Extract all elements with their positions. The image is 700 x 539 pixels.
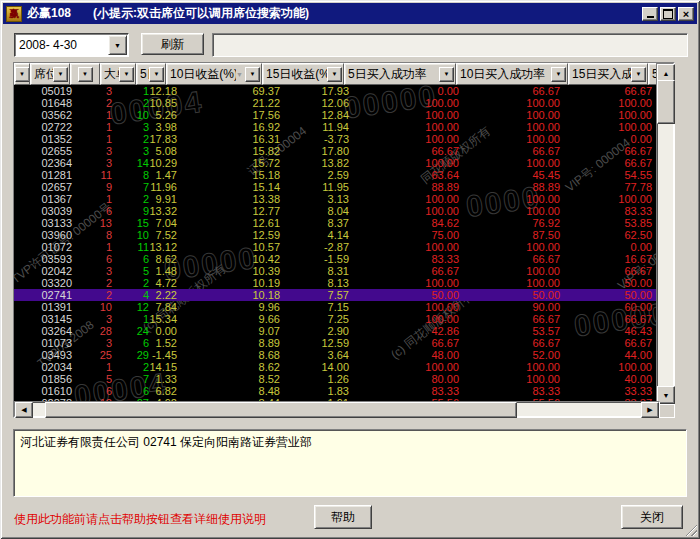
scroll-right-button[interactable]: ▶ bbox=[641, 402, 659, 418]
title-bar[interactable]: 赢 必赢108 (小提示:双击席位可以调用席位搜索功能) × bbox=[3, 3, 697, 24]
table-row[interactable]: 01073361.528.8912.5966.6766.6766.67 bbox=[14, 337, 658, 349]
table-row[interactable]: 034932529-1.458.683.6448.0052.0044.00 bbox=[14, 349, 658, 361]
vertical-scrollbar[interactable]: ▲ ▼ bbox=[656, 63, 674, 405]
table-row[interactable]: 02042351.4810.398.3166.67100.0066.67 bbox=[14, 265, 658, 277]
column-header-label: 10日收益(%) bbox=[168, 66, 236, 83]
cell: 8.52 bbox=[177, 373, 280, 385]
cell: 100.00 bbox=[459, 97, 560, 109]
filter-dropdown-button[interactable]: ▼ bbox=[631, 67, 646, 82]
cell: 100.00 bbox=[560, 97, 652, 109]
column-header-10日收益(%)[interactable]: 10日收益(%)▼▼ bbox=[166, 63, 262, 85]
filter-dropdown-button[interactable]: ▼ bbox=[15, 67, 30, 82]
cell: 88.89 bbox=[459, 181, 560, 193]
table-row[interactable]: 020341214.158.6214.00100.00100.00100.00 bbox=[14, 361, 658, 373]
vertical-scroll-thumb[interactable] bbox=[657, 80, 675, 124]
filter-dropdown-button[interactable]: ▼ bbox=[327, 67, 342, 82]
table-row[interactable]: 031453115.349.667.25100.0066.6766.67 bbox=[14, 313, 658, 325]
table-row[interactable]: 01610666.828.481.8383.3383.3333.33 bbox=[14, 385, 658, 397]
refresh-button[interactable]: 刷新 bbox=[141, 33, 204, 55]
cell: 17.56 bbox=[177, 109, 280, 121]
cell: 11 bbox=[112, 241, 149, 253]
table-row[interactable]: 013521217.8316.31-3.73100.00100.000.00 bbox=[14, 133, 658, 145]
scroll-left-button[interactable]: ◀ bbox=[15, 402, 33, 418]
filter-dropdown-button[interactable]: ▼ bbox=[149, 67, 164, 82]
table-row[interactable]: 039608107.5212.594.1475.0087.5062.50 bbox=[14, 229, 658, 241]
column-header-10日买入成功率[interactable]: 10日买入成功率▼ bbox=[456, 63, 568, 85]
cell: 4 bbox=[112, 289, 149, 301]
filter-dropdown-button[interactable]: ▼ bbox=[78, 67, 93, 82]
filter-dropdown-button[interactable]: ▼ bbox=[439, 67, 454, 82]
cell: 12.61 bbox=[177, 217, 280, 229]
table-row[interactable]: 01856571.338.521.2680.00100.0040.00 bbox=[14, 373, 658, 385]
table-row[interactable]: 016482210.8521.2212.06100.00100.00100.00 bbox=[14, 97, 658, 109]
cell: 10 bbox=[112, 229, 149, 241]
table-row[interactable]: 0107211113.1210.57-2.87100.00100.000.00 bbox=[14, 241, 658, 253]
cell: 10.29 bbox=[149, 157, 177, 169]
cell: 54.55 bbox=[560, 169, 652, 181]
table-row-selected[interactable]: 02741242.2210.187.5750.0050.0050.00 bbox=[14, 289, 658, 301]
table-row[interactable]: 03593668.6210.42-1.5983.3366.6716.67 bbox=[14, 253, 658, 265]
table-row[interactable]: 02722133.9816.9211.94100.00100.00100.00 bbox=[14, 121, 658, 133]
cell: 03960 bbox=[14, 229, 72, 241]
column-header-5日买入成功率[interactable]: 5日买入成功率▼ bbox=[344, 63, 456, 85]
table-row[interactable]: 01367129.9113.383.13100.00100.00100.00 bbox=[14, 193, 658, 205]
maximize-button[interactable] bbox=[660, 7, 676, 21]
cell: 76.92 bbox=[459, 217, 560, 229]
filter-dropdown-button[interactable]: ▼ bbox=[119, 67, 134, 82]
cell: 100.00 bbox=[349, 205, 459, 217]
table-row[interactable]: 035621105.2617.5612.84100.00100.00100.00 bbox=[14, 109, 658, 121]
cell: 10.85 bbox=[149, 97, 177, 109]
close-icon: × bbox=[683, 9, 689, 19]
cell: 2.22 bbox=[149, 289, 177, 301]
cell: 12 bbox=[112, 301, 149, 313]
column-header-15日收益(%)[interactable]: 15日收益(%)▼ bbox=[262, 63, 344, 85]
cell: 50.00 bbox=[349, 289, 459, 301]
sort-indicator-icon: ▼ bbox=[236, 71, 243, 78]
cell: 66.67 bbox=[560, 157, 652, 169]
cell: 1 bbox=[72, 193, 112, 205]
maximize-icon bbox=[663, 9, 673, 19]
filter-dropdown-button[interactable]: ▼ bbox=[245, 67, 260, 82]
table-row[interactable]: 026579711.9615.1411.9588.8988.8977.78 bbox=[14, 181, 658, 193]
horizontal-scrollbar[interactable]: ◀ ▶ bbox=[14, 401, 660, 417]
cell: 90.00 bbox=[459, 301, 560, 313]
close-window-button[interactable]: × bbox=[678, 7, 694, 21]
cell: 15 bbox=[112, 217, 149, 229]
table-row[interactable]: 030396913.3212.778.04100.00100.0083.33 bbox=[14, 205, 658, 217]
table-row[interactable]: 0139110127.849.967.15100.0090.0060.00 bbox=[14, 301, 658, 313]
table-row[interactable]: 0236431410.2915.7213.82100.00100.0066.67 bbox=[14, 157, 658, 169]
close-button[interactable]: 关闭 bbox=[621, 505, 683, 529]
table-row[interactable]: 0313313157.0412.618.3784.6276.9253.85 bbox=[14, 217, 658, 229]
column-header-5日[interactable]: 5日▼ bbox=[136, 63, 166, 85]
column-header-席位[interactable]: 席位▼ bbox=[30, 63, 70, 85]
filter-dropdown-button[interactable]: ▼ bbox=[551, 67, 566, 82]
table-row[interactable]: 050193112.1869.3717.930.0066.6766.67 bbox=[14, 85, 658, 97]
cell: 25 bbox=[72, 349, 112, 361]
cell: 66.67 bbox=[349, 337, 459, 349]
table-row[interactable]: 02655335.0815.8217.8066.6766.6766.67 bbox=[14, 145, 658, 157]
seat-info-box[interactable]: 河北证券有限责任公司 02741 保定向阳南路证券营业部 bbox=[13, 429, 687, 497]
cell: 1.83 bbox=[280, 385, 349, 397]
column-header-filter-0[interactable]: ▼ bbox=[14, 63, 30, 85]
table-body[interactable]: 00004000000000000000000000004TVP许可证号: 00… bbox=[14, 85, 658, 403]
combo-dropdown-button[interactable]: ▼ bbox=[108, 35, 127, 55]
date-combobox[interactable]: 2008- 4-30 ▼ bbox=[14, 33, 129, 57]
table-row[interactable]: 012811181.4715.182.5963.6445.4554.55 bbox=[14, 169, 658, 181]
cell: 10 bbox=[72, 301, 112, 313]
cell: 1 bbox=[72, 109, 112, 121]
resize-grip[interactable] bbox=[684, 523, 697, 536]
column-header-filter-2[interactable]: ▼ bbox=[70, 63, 100, 85]
help-button[interactable]: 帮助 bbox=[314, 505, 372, 529]
column-header-15日买入成功率[interactable]: 15日买入成功率▼ bbox=[568, 63, 648, 85]
table-row[interactable]: 0326428240.009.072.9042.8653.5746.43 bbox=[14, 325, 658, 337]
filter-dropdown-button[interactable]: ▼ bbox=[53, 67, 68, 82]
cell: 2 bbox=[72, 277, 112, 289]
table-row[interactable]: 03320224.7210.198.13100.00100.0050.00 bbox=[14, 277, 658, 289]
minimize-button[interactable] bbox=[642, 7, 658, 21]
seat-search-field[interactable] bbox=[212, 33, 688, 57]
cell: 42.86 bbox=[349, 325, 459, 337]
column-header-大单[interactable]: 大单▼ bbox=[100, 63, 136, 85]
cell: 100.00 bbox=[349, 97, 459, 109]
column-header-label: 10日买入成功率 bbox=[458, 66, 551, 83]
horizontal-scroll-thumb[interactable] bbox=[45, 402, 517, 418]
